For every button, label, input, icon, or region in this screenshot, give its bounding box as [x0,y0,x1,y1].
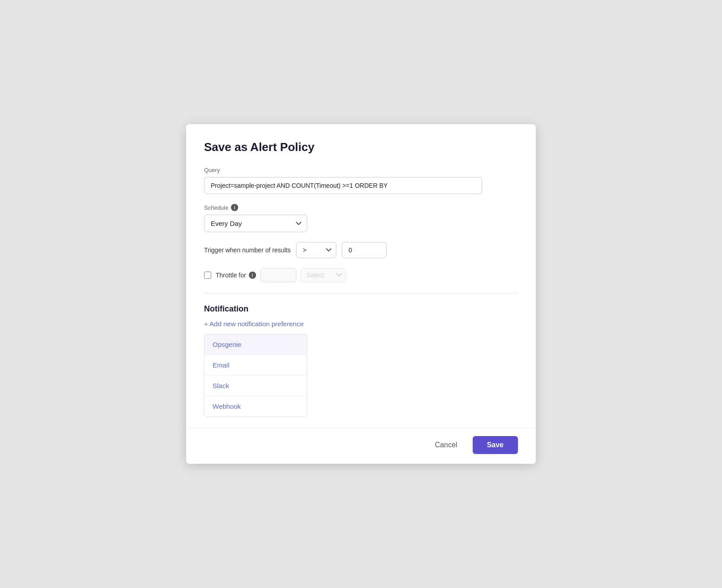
throttle-checkbox[interactable] [204,272,211,279]
query-input[interactable] [204,177,482,194]
section-divider [204,293,518,294]
notification-option-opsgenie[interactable]: Opsgenie [204,334,307,355]
throttle-info-icon: i [249,272,256,279]
trigger-value-input[interactable] [342,242,387,258]
schedule-label: Schedule i [204,204,518,211]
save-button[interactable]: Save [473,436,518,454]
query-label: Query [204,167,518,173]
trigger-row: Trigger when number of results > >= < <=… [204,242,518,258]
schedule-info-icon: i [231,204,238,211]
trigger-operator-select[interactable]: > >= < <= = [296,242,336,258]
notification-option-email[interactable]: Email [204,355,307,376]
notification-dropdown: Opsgenie Email Slack Webhook [204,334,307,417]
throttle-number-input[interactable] [261,268,296,282]
modal-title: Save as Alert Policy [204,140,518,154]
modal-body: Save as Alert Policy Query Schedule i Ev… [186,124,536,428]
add-notification-link[interactable]: + Add new notification preference [204,320,304,328]
schedule-group: Schedule i Every Day Every Hour Every We… [204,204,518,232]
modal-footer: Cancel Save [186,428,536,464]
throttle-row: Throttle for i Select Minutes Hours Days [204,268,518,282]
throttle-label: Throttle for i [216,272,256,279]
modal: Save as Alert Policy Query Schedule i Ev… [186,124,536,464]
cancel-button[interactable]: Cancel [427,437,465,454]
schedule-select[interactable]: Every Day Every Hour Every Week [204,215,307,232]
notification-option-slack[interactable]: Slack [204,376,307,396]
throttle-unit-select[interactable]: Select Minutes Hours Days [301,268,346,282]
trigger-label: Trigger when number of results [204,246,291,254]
notification-title: Notification [204,304,518,314]
notification-section: Notification + Add new notification pref… [204,304,518,417]
notification-option-webhook[interactable]: Webhook [204,396,307,416]
query-group: Query [204,167,518,194]
